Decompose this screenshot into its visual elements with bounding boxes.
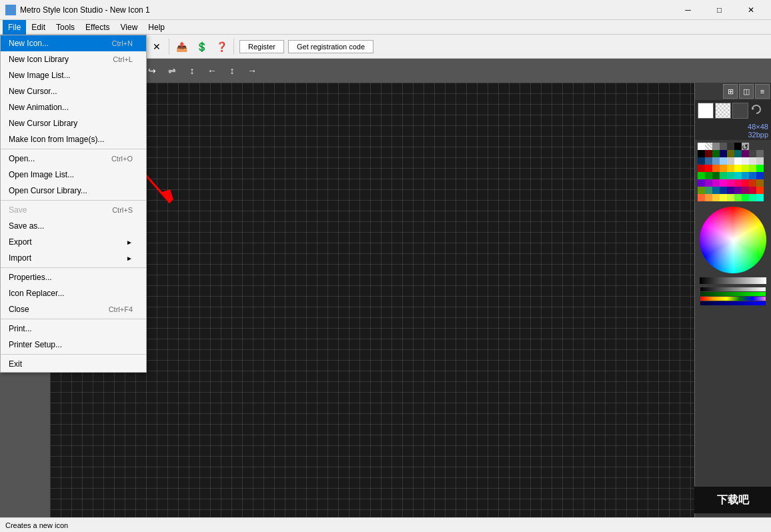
menu-new-icon-library[interactable]: New Icon Library Ctrl+L [1, 51, 146, 67]
color-wheel[interactable] [700, 207, 766, 273]
color-r5-4[interactable] [720, 172, 727, 179]
export-button[interactable]: 📤 [172, 37, 191, 56]
color-r6-3[interactable] [712, 179, 720, 187]
menu-help[interactable]: Help [143, 20, 170, 35]
color-r5-8[interactable] [749, 172, 756, 179]
color-r3-1[interactable] [698, 157, 705, 165]
color-r3-3[interactable] [712, 157, 720, 165]
menu-import[interactable]: Import ► [1, 250, 146, 266]
color-checkered[interactable] [705, 143, 712, 150]
color-r8-3[interactable] [712, 194, 720, 201]
menu-new-cursor-library[interactable]: New Cursor Library [1, 115, 146, 131]
color-r4-8[interactable] [749, 165, 756, 172]
menu-icon-replacer[interactable]: Icon Replacer... [1, 285, 146, 301]
rp-images-button[interactable]: ◫ [739, 84, 754, 99]
color-r3-7[interactable] [742, 157, 749, 165]
rp-stack-button[interactable]: ≡ [755, 84, 770, 99]
color-r4-6[interactable] [734, 165, 742, 172]
rp-layers-button[interactable]: ⊞ [723, 84, 738, 99]
color-r5-9[interactable] [756, 172, 764, 179]
color-r8-9[interactable] [756, 194, 764, 201]
arrow-updown-button[interactable]: ↕ [223, 61, 241, 80]
color-r7-1[interactable] [698, 187, 705, 194]
color-r8-6[interactable] [734, 194, 742, 201]
color-r4-1[interactable] [698, 165, 705, 172]
color-r2-7[interactable] [742, 150, 749, 157]
color-r7-9[interactable] [756, 187, 764, 194]
color-r8-5[interactable] [727, 194, 734, 201]
menu-new-image-list[interactable]: New Image List... [1, 67, 146, 83]
color-r5-6[interactable] [734, 172, 742, 179]
menu-close[interactable]: Close Ctrl+F4 [1, 301, 146, 317]
gradient-strip[interactable] [700, 277, 766, 284]
menu-effects[interactable]: Effects [80, 20, 115, 35]
color-r8-1[interactable] [698, 194, 705, 201]
color-r4-4[interactable] [720, 165, 727, 172]
menu-open-cursor-library[interactable]: Open Cursor Library... [1, 183, 146, 199]
bw-strip[interactable] [700, 287, 766, 291]
color-r7-5[interactable] [727, 187, 734, 194]
color-darker-gray[interactable] [727, 143, 734, 150]
delete-button[interactable]: ✕ [147, 37, 166, 56]
menu-file[interactable]: File [3, 20, 26, 35]
color-r6-6[interactable] [734, 179, 742, 187]
color-r6-1[interactable] [698, 179, 705, 187]
color-r7-8[interactable] [749, 187, 756, 194]
color-r5-5[interactable] [727, 172, 734, 179]
color-r8-7[interactable] [742, 194, 749, 201]
menu-view[interactable]: View [115, 20, 143, 35]
color-r2-5[interactable] [727, 150, 734, 157]
color-r6-9[interactable] [756, 179, 764, 187]
color-r5-7[interactable] [742, 172, 749, 179]
color-dark-gray[interactable] [720, 143, 727, 150]
menu-open-image-list[interactable]: Open Image List... [1, 167, 146, 183]
color-r7-2[interactable] [705, 187, 712, 194]
menu-tools[interactable]: Tools [51, 20, 80, 35]
menu-save-as[interactable]: Save as... [1, 218, 146, 234]
color-r8-4[interactable] [720, 194, 727, 201]
color-r2-3[interactable] [712, 150, 720, 157]
color-black[interactable] [734, 143, 742, 150]
color-r8-2[interactable] [705, 194, 712, 201]
color-r2-1[interactable] [698, 150, 705, 157]
color-r5-3[interactable] [712, 172, 720, 179]
color-r7-7[interactable] [742, 187, 749, 194]
color-r4-3[interactable] [712, 165, 720, 172]
color-r4-2[interactable] [705, 165, 712, 172]
color-r3-5[interactable] [727, 157, 734, 165]
color-r2-8[interactable] [749, 150, 756, 157]
color-r7-4[interactable] [720, 187, 727, 194]
get-regcode-button[interactable]: Get registration code [288, 40, 373, 53]
color-gray[interactable] [712, 143, 720, 150]
money-button[interactable]: 💲 [192, 37, 211, 56]
color-r2-6[interactable] [734, 150, 742, 157]
icon-refresh-button[interactable] [750, 103, 763, 118]
rainbow-strip[interactable] [700, 297, 766, 301]
menu-edit[interactable]: Edit [26, 20, 51, 35]
color-r8-8[interactable] [749, 194, 756, 201]
color-r6-7[interactable] [742, 179, 749, 187]
color-r2-2[interactable] [705, 150, 712, 157]
color-r3-9[interactable] [756, 157, 764, 165]
flip-h-button[interactable]: ⇌ [163, 61, 181, 80]
color-r7-3[interactable] [712, 187, 720, 194]
menu-new-icon[interactable]: New Icon... Ctrl+N [1, 35, 146, 51]
color-r3-4[interactable] [720, 157, 727, 165]
minimize-button[interactable]: ─ [673, 0, 703, 20]
menu-new-cursor[interactable]: New Cursor... [1, 83, 146, 99]
help-button[interactable]: ❓ [212, 37, 231, 56]
menu-open[interactable]: Open... Ctrl+O [1, 151, 146, 167]
color-r4-5[interactable] [727, 165, 734, 172]
menu-export[interactable]: Export ► [1, 234, 146, 250]
color-r5-1[interactable] [698, 172, 705, 179]
menu-make-icon[interactable]: Make Icon from Image(s)... [1, 131, 146, 147]
green-strip[interactable] [700, 292, 766, 296]
register-button[interactable]: Register [239, 40, 284, 53]
color-r3-6[interactable] [734, 157, 742, 165]
color-r3-8[interactable] [749, 157, 756, 165]
menu-print[interactable]: Print... [1, 321, 146, 337]
flip-v-button[interactable]: ↕ [183, 61, 201, 80]
menu-new-animation[interactable]: New Animation... [1, 99, 146, 115]
color-r3-2[interactable] [705, 157, 712, 165]
color-r2-9[interactable] [756, 150, 764, 157]
